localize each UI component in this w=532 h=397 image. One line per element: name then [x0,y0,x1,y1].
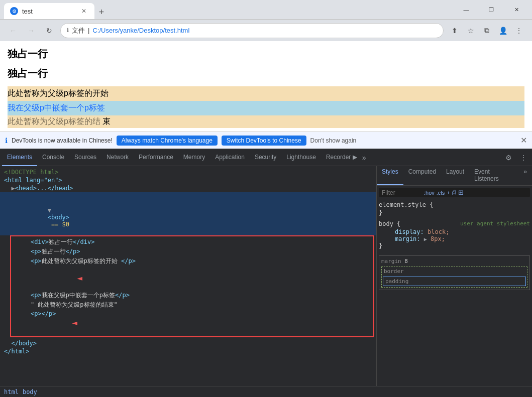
head-expand[interactable]: ▶ [11,185,15,192]
styles-filter-input[interactable] [382,189,422,196]
box-model-padding: padding [383,277,526,286]
tab-network[interactable]: Network [101,149,134,166]
breadcrumb-body[interactable]: body [23,388,37,395]
html-line[interactable]: <html lang="en"> [0,176,376,184]
box-model-padding-label: padding [383,277,525,286]
body-line[interactable]: ▼ <body> == $0 [0,192,376,235]
tab-memory[interactable]: Memory [178,149,210,166]
tab-performance[interactable]: Performance [134,149,178,166]
devtools-more-icon[interactable]: ⋮ [517,151,530,164]
close-button[interactable]: ✕ [505,2,528,17]
p1-close-tag: </p> [66,248,80,255]
p1-line[interactable]: <p>独占一行</p> [12,247,372,256]
margin-expand[interactable]: ▶ [424,236,427,242]
tab-console[interactable]: Console [37,149,69,166]
p3-line[interactable]: <p>我在父级p中嵌套一个p标签</p> [12,291,372,300]
tab-favicon [10,7,18,15]
doctype-line: <!DOCTYPE html> [0,168,376,176]
devtools-body: <!DOCTYPE html> <html lang="en"> ▶<head>… [0,166,532,386]
box-model-border: border padding [381,267,527,288]
switch-devtools-button[interactable]: Switch DevTools to Chinese [222,136,306,146]
tab-lighthouse[interactable]: Lighthouse [281,149,321,166]
styles-copy-button[interactable]: ⎙ [452,189,456,196]
styles-tab-event-listeners[interactable]: Event Listeners [469,166,518,185]
styles-tab-styles[interactable]: Styles [377,166,403,185]
element-style-close-brace: } [379,209,382,216]
p3-text: 我在父级p中嵌套一个p标签 [42,292,115,299]
main-content: 独占一行 独占一行 此处暂称为父级p标签的开始 我在父级p中嵌套一个p标签 此处… [0,41,532,397]
tab-close-button[interactable]: ✕ [79,7,88,16]
display-name: display: [387,228,428,235]
tab-security[interactable]: Security [250,149,281,166]
security-icon: ℹ [67,27,69,34]
notification-close-button[interactable]: ✕ [520,136,527,145]
back-button[interactable]: ← [6,24,20,38]
head-line[interactable]: ▶<head>...</head> [0,184,376,192]
styles-tab-computed[interactable]: Computed [403,166,441,185]
div-tag: <div> [31,238,49,245]
always-match-button[interactable]: Always match Chrome's language [117,136,218,146]
active-tab[interactable]: test ✕ [4,3,94,19]
tab-sources[interactable]: Sources [69,149,101,166]
element-style-close: } [379,209,530,216]
tab-application[interactable]: Application [210,149,250,166]
body-selector: body { [379,220,400,227]
devtools-settings-icon[interactable]: ⚙ [502,151,515,164]
styles-add-button[interactable]: + [447,190,450,196]
margin-val: 8px; [431,235,445,242]
forward-button[interactable]: → [24,24,38,38]
elements-panel[interactable]: <!DOCTYPE html> <html lang="en"> ▶<head>… [0,166,376,386]
devtools-panel: Elements Console Sources Network Perform… [0,149,532,397]
tab-elements[interactable]: Elements [2,149,37,166]
arrow-indicator-1: ◄ [77,273,82,283]
p4-line[interactable]: <p></p> ◄ [12,310,372,335]
text-indent [16,301,31,308]
notification-bar: ℹ DevTools is now available in Chinese! … [0,131,532,149]
p4-open-tag: <p> [31,310,42,317]
styles-filter: :hov .cls + ⎙ ⊞ [379,188,530,197]
body-marker: == $0 [48,221,69,228]
div-indent [16,238,31,245]
styles-tab-layout[interactable]: Layout [441,166,469,185]
heading-2: 独占一行 [8,67,524,80]
minimize-button[interactable]: — [455,2,478,17]
styles-hov-button[interactable]: :hov [424,190,435,196]
profile-icon[interactable]: 👤 [496,24,510,38]
parent-paragraph: 此处暂称为父级p标签的开始 [8,86,524,101]
element-style-rule: element.style { } [379,201,530,216]
body-expand[interactable]: ▼ [48,207,51,214]
refresh-button[interactable]: ↻ [42,24,56,38]
maximize-button[interactable]: ❐ [480,2,503,17]
styles-panel: Styles Computed Layout Event Listeners »… [376,166,532,386]
child-text: 我在父级p中嵌套一个p标签 [8,103,105,112]
share-icon[interactable]: ⬆ [448,24,462,38]
margin-name: margin: [387,235,424,242]
dont-show-again-link[interactable]: Don't show again [310,137,357,144]
styles-tab-more[interactable]: » [518,166,532,185]
p4-indent [16,310,31,317]
tab-recorder[interactable]: Recorder ▶ [321,149,362,166]
breadcrumb-html[interactable]: html [4,388,19,395]
more-tabs-button[interactable]: » [362,154,366,162]
p2-open-tag: <p> [31,257,42,264]
p1-text: 独占一行 [42,248,66,255]
box-model-border-label: border [382,267,527,276]
div-line[interactable]: <div>独占一行</div> [12,237,372,247]
breadcrumb-bar: html body [0,386,532,397]
styles-tab-bar: Styles Computed Layout Event Listeners » [377,166,532,186]
address-field[interactable]: ℹ 文件 | C:/Users/yanke/Desktop/test.html [60,23,444,38]
menu-icon[interactable]: ⋮ [512,24,526,38]
body-tag: <body> [48,214,69,221]
styles-refresh-button[interactable]: ⊞ [458,189,464,196]
display-val: block; [428,228,449,235]
element-style-selector: element.style { [379,201,530,208]
new-tab-button[interactable]: + [94,5,109,19]
box-model-margin-label: margin 8 [381,258,527,264]
toolbar-icons: ⬆ ☆ ⧉ 👤 ⋮ [448,24,526,38]
bookmark-icon[interactable]: ☆ [464,24,478,38]
end-text: 此处暂称为父级p标签的结 [8,116,100,127]
styles-cls-button[interactable]: .cls [437,190,445,196]
p3-indent [16,292,31,299]
browser-action-icon[interactable]: ⧉ [480,24,494,38]
p2-line[interactable]: <p>此处暂称为父级p标签的开始 </p> ◄ [12,256,372,291]
